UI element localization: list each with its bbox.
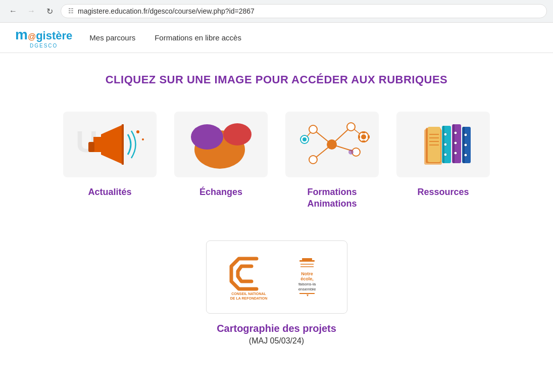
- svg-point-20: [327, 139, 337, 150]
- category-formations[interactable]: Formations Animations: [282, 112, 383, 210]
- category-label-formations-line1: Formations: [307, 186, 357, 198]
- svg-point-26: [361, 134, 366, 139]
- main-content: CLIQUEZ SUR UNE IMAGE POUR ACCÉDER AUX R…: [0, 53, 553, 376]
- svg-rect-5: [88, 142, 94, 152]
- browser-chrome: ← → ↻ ☷ magistere.education.fr/dgesco/co…: [0, 0, 553, 23]
- category-card-actualites: U G: [63, 112, 157, 177]
- logo-agistere: gistère: [36, 29, 72, 42]
- svg-text:faisons-la: faisons-la: [298, 282, 316, 286]
- svg-point-53: [464, 133, 467, 136]
- svg-point-54: [464, 143, 467, 146]
- svg-point-55: [464, 154, 467, 157]
- svg-text:ensemble: ensemble: [298, 287, 316, 291]
- category-card-ressources: [396, 112, 490, 177]
- svg-rect-29: [358, 135, 360, 138]
- svg-point-44: [444, 143, 447, 146]
- logo-at: @: [28, 32, 36, 41]
- svg-point-10: [191, 124, 223, 150]
- svg-point-22: [347, 123, 355, 131]
- category-label-actualites: Actualités: [88, 186, 131, 198]
- project-title: Cartographie des projets: [217, 323, 336, 334]
- category-card-echanges: [174, 112, 268, 177]
- categories-grid: U G: [60, 112, 494, 210]
- svg-point-43: [444, 133, 447, 136]
- cnr-logo: CONSEIL NATIONAL CONSEIL NATIONALDE LA R…: [224, 254, 274, 301]
- svg-text:école,: école,: [300, 276, 314, 281]
- address-icon: ☷: [68, 8, 74, 15]
- category-label-formations-line2: Animations: [307, 198, 357, 210]
- category-label-ressources: Ressources: [417, 186, 469, 198]
- category-echanges[interactable]: Échanges: [171, 112, 272, 210]
- svg-point-23: [309, 156, 317, 164]
- category-card-formations: [285, 112, 379, 177]
- browser-toolbar: ← → ↻ ☷ magistere.education.fr/dgesco/co…: [0, 0, 553, 22]
- site-logo[interactable]: m @ gistère DGESCO: [15, 27, 72, 48]
- category-label-echanges: Échanges: [199, 186, 242, 198]
- forward-button[interactable]: →: [24, 4, 38, 18]
- svg-point-6: [136, 130, 139, 133]
- svg-point-49: [454, 141, 457, 144]
- svg-point-7: [142, 138, 144, 140]
- svg-point-48: [454, 131, 457, 134]
- svg-text:Notre: Notre: [301, 271, 313, 276]
- svg-point-21: [309, 125, 317, 133]
- category-actualites[interactable]: U G: [60, 112, 161, 210]
- svg-rect-57: [302, 258, 312, 260]
- cartographie-projets-card[interactable]: CONSEIL NATIONAL CONSEIL NATIONALDE LA R…: [206, 240, 347, 346]
- category-ressources[interactable]: Ressources: [393, 112, 494, 210]
- logo-m: m: [15, 27, 28, 43]
- reload-button[interactable]: ↻: [42, 4, 57, 18]
- svg-rect-30: [368, 135, 370, 138]
- svg-rect-58: [299, 260, 315, 262]
- address-bar[interactable]: ☷ magistere.education.fr/dgesco/course/v…: [61, 4, 547, 18]
- svg-point-33: [348, 150, 354, 155]
- svg-marker-2: [93, 137, 101, 152]
- notre-ecole-logo: Notre école, faisons-la ensemble: [284, 254, 330, 300]
- svg-rect-36: [428, 127, 440, 162]
- nav-mes-parcours[interactable]: Mes parcours: [87, 33, 137, 42]
- page-wrapper: m @ gistère DGESCO Mes parcours Formatio…: [0, 23, 553, 392]
- svg-point-45: [444, 153, 447, 156]
- project-card-image: CONSEIL NATIONAL CONSEIL NATIONALDE LA R…: [206, 240, 347, 314]
- logo-dgesco: DGESCO: [30, 43, 58, 48]
- page-title: CLIQUEZ SUR UNE IMAGE POUR ACCÉDER AUX R…: [106, 73, 448, 86]
- svg-rect-27: [362, 131, 365, 133]
- site-nav: m @ gistère DGESCO Mes parcours Formatio…: [0, 23, 553, 53]
- address-text: magistere.education.fr/dgesco/course/vie…: [78, 7, 255, 15]
- svg-point-32: [303, 137, 307, 141]
- svg-point-50: [454, 152, 457, 155]
- svg-rect-28: [362, 140, 365, 142]
- nav-formations-libre-acces[interactable]: Formations en libre accès: [153, 33, 243, 42]
- project-date: (MAJ 05/03/24): [249, 336, 304, 346]
- back-button[interactable]: ←: [6, 4, 20, 18]
